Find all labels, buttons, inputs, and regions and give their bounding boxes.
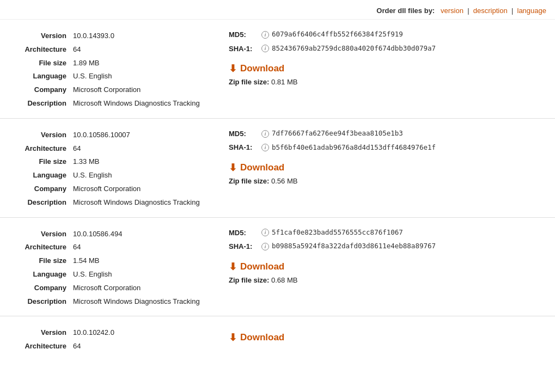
info-label: Architecture [9, 142, 69, 156]
file-entry: Version10.0.10586.494Architecture64File … [0, 218, 555, 317]
info-value: U.S. English [69, 268, 216, 281]
info-label: Version [9, 128, 69, 142]
zip-size-row: Zip file size: 0.56 MB [229, 177, 546, 185]
sha1-row: SHA-1:ib5f6bf40e61adab9676a8d4d153dff468… [229, 142, 546, 153]
sha1-label: SHA-1: [229, 44, 259, 54]
info-icon[interactable]: i [261, 130, 269, 138]
order-language-link[interactable]: language [517, 7, 547, 15]
info-value: 10.0.10242.0 [69, 326, 216, 340]
info-label: Architecture [9, 241, 69, 254]
zip-size-label: Zip file size: [229, 78, 269, 86]
file-download: ⬇Download [216, 326, 546, 353]
info-label: Language [9, 169, 69, 182]
download-label: Download [240, 63, 284, 74]
info-label: File size [9, 57, 69, 70]
file-download: MD5:i5f1caf0e823badd5576555cc876f1067SHA… [216, 228, 546, 309]
file-info: Version10.0.10586.10007Architecture64Fil… [9, 128, 216, 210]
info-icon[interactable]: i [261, 243, 269, 250]
info-value: U.S. English [69, 169, 216, 182]
download-label: Download [240, 261, 284, 272]
zip-size-label: Zip file size: [229, 177, 269, 185]
download-icon: ⬇ [229, 261, 237, 273]
info-value: Microsoft Windows Diagnostics Tracking [69, 295, 216, 309]
info-label: Version [9, 29, 69, 43]
sha1-value: b09885a5924f8a322dafd03d8611e4eb88a89767 [272, 241, 436, 252]
info-label: Language [9, 70, 69, 83]
info-value: Microsoft Corporation [69, 281, 216, 295]
file-info: Version10.0.10586.494Architecture64File … [9, 228, 216, 309]
info-value: Microsoft Windows Diagnostics Tracking [69, 196, 216, 210]
sha1-row: SHA-1:ib09885a5924f8a322dafd03d8611e4eb8… [229, 241, 546, 252]
info-label: Architecture [9, 340, 69, 353]
md5-label: MD5: [229, 228, 259, 238]
zip-size-row: Zip file size: 0.81 MB [229, 78, 546, 86]
file-info: Version10.0.14393.0Architecture64File si… [9, 29, 216, 111]
sha1-row: SHA-1:i852436769ab2759dc880a4020f674dbb3… [229, 44, 546, 54]
info-icon[interactable]: i [261, 229, 269, 236]
info-label: File size [9, 254, 69, 268]
info-label: Company [9, 182, 69, 196]
zip-size-value: 0.68 MB [271, 276, 297, 284]
info-value: Microsoft Corporation [69, 182, 216, 196]
info-value: 1.33 MB [69, 155, 216, 169]
info-value: 64 [69, 142, 216, 156]
zip-size-value: 0.81 MB [271, 78, 297, 86]
info-value: 1.54 MB [69, 254, 216, 268]
md5-row: MD5:i7df76667fa6276ee94f3beaa8105e1b3 [229, 128, 546, 139]
info-label: Company [9, 281, 69, 295]
info-icon[interactable]: i [261, 45, 269, 52]
info-icon[interactable]: i [261, 144, 269, 151]
zip-size-value: 0.56 MB [271, 177, 297, 185]
info-label: File size [9, 155, 69, 169]
md5-label: MD5: [229, 128, 259, 139]
info-value: 64 [69, 340, 216, 353]
info-label: Description [9, 97, 69, 111]
file-entry: Version10.0.10242.0Architecture64⬇Downlo… [0, 316, 555, 361]
info-value: 10.0.10586.10007 [69, 128, 216, 142]
file-info: Version10.0.10242.0Architecture64 [9, 326, 216, 353]
file-download: MD5:i6079a6f6406c4ffb552f66384f25f919SHA… [216, 29, 546, 111]
info-value: U.S. English [69, 70, 216, 83]
order-description-link[interactable]: description [473, 7, 508, 15]
download-button[interactable]: ⬇Download [229, 162, 284, 174]
info-value: 64 [69, 241, 216, 254]
md5-row: MD5:i6079a6f6406c4ffb552f66384f25f919 [229, 29, 546, 40]
file-entry: Version10.0.14393.0Architecture64File si… [0, 20, 555, 119]
md5-value: 5f1caf0e823badd5576555cc876f1067 [272, 228, 403, 238]
file-download: MD5:i7df76667fa6276ee94f3beaa8105e1b3SHA… [216, 128, 546, 210]
download-icon: ⬇ [229, 162, 237, 174]
entries-container: Version10.0.14393.0Architecture64File si… [0, 20, 555, 361]
info-label: Version [9, 326, 69, 340]
info-label: Company [9, 83, 69, 97]
info-value: 1.89 MB [69, 57, 216, 70]
info-icon[interactable]: i [261, 31, 269, 39]
sha1-label: SHA-1: [229, 142, 259, 153]
download-button[interactable]: ⬇Download [229, 261, 284, 273]
info-label: Description [9, 295, 69, 309]
sha1-label: SHA-1: [229, 241, 259, 252]
info-value: Microsoft Corporation [69, 83, 216, 97]
info-value: 64 [69, 43, 216, 57]
sha1-value: b5f6bf40e61adab9676a8d4d153dff4684976e1f [272, 143, 436, 153]
md5-value: 7df76667fa6276ee94f3beaa8105e1b3 [272, 128, 403, 139]
download-button[interactable]: ⬇Download [229, 63, 284, 75]
info-value: 10.0.10586.494 [69, 228, 216, 241]
download-button[interactable]: ⬇Download [229, 332, 284, 344]
download-label: Download [240, 332, 284, 343]
order-bar: Order dll files by: version | descriptio… [0, 0, 555, 20]
download-icon: ⬇ [229, 63, 237, 75]
sha1-value: 852436769ab2759dc880a4020f674dbb30d079a7 [272, 44, 436, 54]
info-label: Architecture [9, 43, 69, 57]
md5-label: MD5: [229, 29, 259, 40]
md5-row: MD5:i5f1caf0e823badd5576555cc876f1067 [229, 228, 546, 238]
zip-size-row: Zip file size: 0.68 MB [229, 276, 546, 284]
order-version-link[interactable]: version [441, 7, 463, 15]
info-label: Description [9, 196, 69, 210]
order-label: Order dll files by: [376, 7, 435, 15]
info-value: 10.0.14393.0 [69, 29, 216, 43]
info-label: Version [9, 228, 69, 241]
info-label: Language [9, 268, 69, 281]
zip-size-label: Zip file size: [229, 276, 269, 284]
download-label: Download [240, 162, 284, 173]
download-icon: ⬇ [229, 332, 237, 344]
